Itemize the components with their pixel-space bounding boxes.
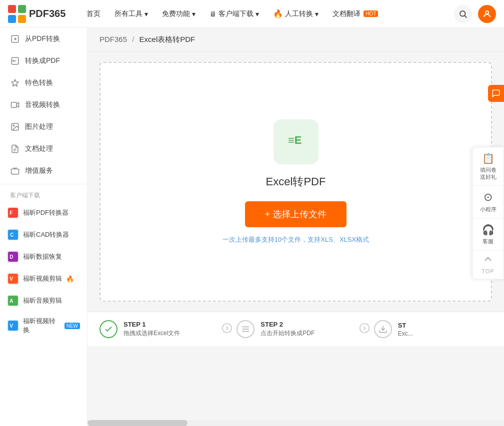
- step-1-num: STEP 1: [124, 321, 180, 328]
- step-3-num: ST: [398, 322, 413, 329]
- search-icon: [458, 9, 468, 18]
- step-2-icon: [236, 320, 254, 338]
- right-float-panel: 📋 填问卷送好礼 ⊙ 小程序 🎧 客服 TOP: [472, 146, 504, 280]
- download-section-label: 客户端下载: [0, 186, 87, 202]
- breadcrumb-parent[interactable]: PDF365: [100, 35, 127, 43]
- breadcrumb-current: Excel表格转PDF: [140, 35, 196, 43]
- steps-bar: STEP 1 拖拽或选择Excel文件: [88, 312, 504, 346]
- sidebar-item-doc[interactable]: 文档处理: [0, 138, 87, 160]
- video-convert-icon: V: [7, 320, 19, 332]
- sidebar-dl-video-edit[interactable]: V 福昕视频剪辑 🔥: [0, 268, 87, 290]
- video-edit-icon: V: [7, 273, 19, 285]
- svg-rect-14: [12, 169, 19, 174]
- excel-icon-wrapper: ≡E: [274, 119, 318, 164]
- content-area: PDF365 / Excel表格转PDF ≡E Excel转PDF + 选择上传…: [88, 28, 504, 426]
- vip-icon: [10, 166, 20, 176]
- step-1-text: STEP 1 拖拽或选择Excel文件: [124, 321, 180, 338]
- miniprogram-icon: ⊙: [484, 191, 492, 204]
- survey-icon: 📋: [482, 152, 494, 164]
- svg-text:A: A: [10, 298, 13, 304]
- svg-text:C: C: [10, 232, 14, 238]
- scrollbar-thumb[interactable]: [88, 420, 188, 426]
- breadcrumb-separator: /: [132, 35, 136, 43]
- step-1: STEP 1 拖拽或选择Excel文件: [100, 320, 218, 338]
- top-label: TOP: [482, 268, 494, 274]
- sidebar-dl-pdf[interactable]: F 福昕PDF转换器: [0, 202, 87, 224]
- sidebar-dl-data[interactable]: D 福昕数据恢复: [0, 246, 87, 268]
- monitor-icon: 🖥: [210, 10, 216, 18]
- chevron-down-icon: ▾: [144, 10, 148, 18]
- sidebar-dl-cad[interactable]: C 福昕CAD转换器: [0, 224, 87, 246]
- sidebar-item-vip[interactable]: 增值服务: [0, 160, 87, 182]
- sidebar-divider: [0, 184, 87, 184]
- horizontal-scrollbar[interactable]: [88, 420, 504, 426]
- sidebar-item-from-pdf[interactable]: 从PDF转换: [0, 28, 87, 50]
- svg-point-33: [360, 323, 368, 332]
- survey-button[interactable]: 📋 填问卷送好礼: [472, 147, 504, 186]
- customer-service-button[interactable]: 🎧 客服: [472, 219, 504, 251]
- nav-right: [454, 5, 496, 23]
- sidebar-dl-audio-edit[interactable]: A 福昕音频剪辑: [0, 290, 87, 312]
- hot-badge: HOT: [364, 10, 378, 17]
- svg-point-11: [13, 125, 14, 126]
- image-icon: [10, 122, 20, 132]
- pdf-converter-icon: F: [7, 207, 19, 219]
- sidebar-item-special-convert[interactable]: 特色转换: [0, 72, 87, 94]
- nav-download[interactable]: 🖥 客户端下载 ▾: [204, 6, 265, 21]
- step-2-text: STEP 2 点击开始转换成PDF: [260, 321, 314, 338]
- data-recovery-icon: D: [7, 251, 19, 263]
- search-button[interactable]: [454, 5, 472, 23]
- miniprogram-button[interactable]: ⊙ 小程序: [472, 186, 504, 219]
- svg-rect-9: [12, 102, 17, 108]
- pdf-to-icon: [10, 56, 20, 66]
- cad-converter-icon: C: [7, 229, 19, 241]
- back-to-top-button[interactable]: TOP: [472, 251, 504, 279]
- nav-menu: 首页 所有工具 ▾ 免费功能 ▾ 🖥 客户端下载 ▾ 🔥 人工转换 ▾ 文档翻译…: [80, 6, 454, 21]
- nav-human-convert[interactable]: 🔥 人工转换 ▾: [267, 6, 324, 21]
- step-3-icon: [374, 320, 392, 338]
- chevron-down-icon: ▾: [192, 10, 196, 18]
- step-2-desc: 点击开始转换成PDF: [260, 329, 314, 338]
- sidebar-item-to-pdf[interactable]: 转换成PDF: [0, 50, 87, 72]
- sidebar-item-image[interactable]: 图片处理: [0, 116, 87, 138]
- step-2-num: STEP 2: [260, 321, 314, 328]
- video-icon: [10, 100, 20, 110]
- fire-icon: 🔥: [273, 9, 283, 18]
- audio-edit-icon: A: [7, 295, 19, 307]
- svg-text:V: V: [10, 276, 13, 282]
- pdf-from-icon: [10, 34, 20, 44]
- top-nav: PDF365 首页 所有工具 ▾ 免费功能 ▾ 🖥 客户端下载 ▾ 🔥 人工转换…: [0, 0, 504, 28]
- star-icon: [10, 78, 20, 88]
- excel-icon: ≡E: [284, 128, 308, 156]
- svg-text:D: D: [10, 254, 13, 260]
- nav-free[interactable]: 免费功能 ▾: [156, 6, 202, 21]
- svg-text:V: V: [10, 323, 13, 329]
- feedback-button[interactable]: [488, 85, 504, 102]
- doc-icon: [10, 144, 20, 154]
- sidebar: 从PDF转换 转换成PDF 特色转换: [0, 28, 88, 426]
- nav-tools[interactable]: 所有工具 ▾: [108, 6, 154, 21]
- nav-home[interactable]: 首页: [80, 6, 106, 21]
- step-1-desc: 拖拽或选择Excel文件: [124, 329, 180, 338]
- svg-text:F: F: [10, 210, 12, 216]
- logo[interactable]: PDF365: [8, 5, 66, 23]
- logo-icon: [8, 5, 26, 23]
- user-button[interactable]: [478, 5, 496, 23]
- breadcrumb: PDF365 / Excel表格转PDF: [88, 28, 504, 52]
- logo-text: PDF365: [29, 8, 66, 19]
- step-3: ST Exc...: [374, 320, 492, 338]
- step-arrow-1: [222, 323, 232, 336]
- sidebar-dl-video-convert[interactable]: V 福昕视频转换 NEW: [0, 312, 87, 340]
- arrow-up-icon: [483, 256, 493, 266]
- sidebar-item-av-convert[interactable]: 音视频转换: [0, 94, 87, 116]
- step-1-icon: [100, 320, 118, 338]
- step-3-text: ST Exc...: [398, 322, 413, 337]
- upload-button[interactable]: + 选择上传文件: [245, 201, 347, 227]
- upload-zone[interactable]: ≡E Excel转PDF + 选择上传文件 一次上传最多支持10个文件，支持XL…: [100, 62, 492, 302]
- new-badge: NEW: [64, 323, 80, 329]
- nav-doc-translate[interactable]: 文档翻译 HOT: [326, 6, 384, 21]
- customer-service-label: 客服: [482, 238, 494, 245]
- step-arrow-2: [359, 323, 370, 336]
- svg-rect-0: [8, 5, 16, 13]
- upload-title: Excel转PDF: [266, 174, 326, 189]
